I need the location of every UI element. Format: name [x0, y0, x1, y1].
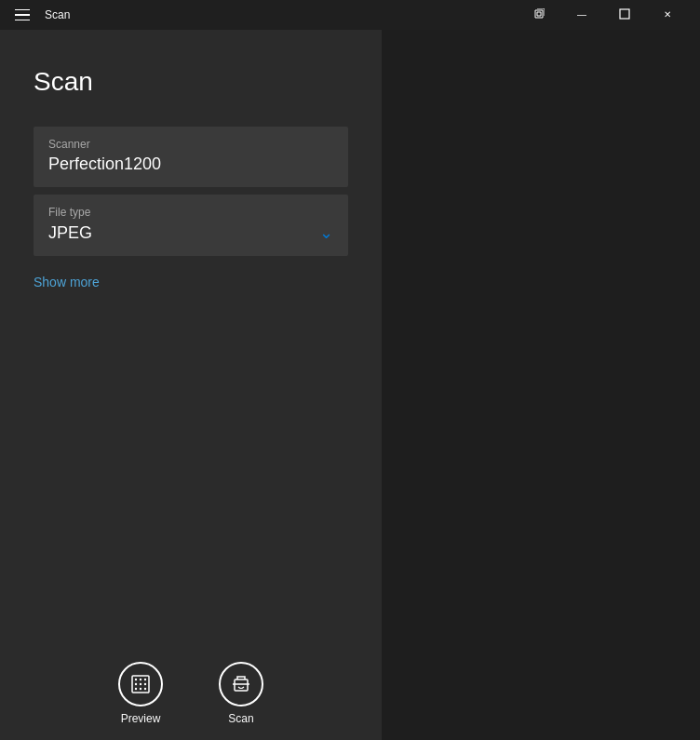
- close-icon: ✕: [664, 10, 671, 20]
- maximize-icon: [619, 8, 630, 21]
- scan-icon-circle: [219, 662, 263, 706]
- minimize-button[interactable]: —: [560, 0, 603, 30]
- window-title: Scan: [45, 8, 70, 21]
- svg-point-9: [140, 688, 141, 690]
- title-bar: Scan — ✕: [0, 0, 700, 30]
- scanner-card: Scanner Perfection1200: [34, 127, 348, 187]
- filetype-label: File type: [48, 206, 333, 219]
- svg-point-5: [135, 683, 137, 685]
- svg-point-7: [144, 683, 146, 685]
- svg-rect-11: [235, 679, 248, 691]
- filetype-value: JPEG: [48, 223, 92, 243]
- preview-icon-circle: [118, 662, 163, 706]
- title-bar-left: Scan: [11, 6, 70, 25]
- scan-icon: [229, 672, 253, 696]
- scan-button[interactable]: Scan: [219, 662, 263, 725]
- chevron-down-icon[interactable]: ⌄: [319, 222, 333, 243]
- preview-label: Preview: [121, 712, 161, 725]
- svg-point-8: [135, 688, 137, 690]
- hamburger-menu[interactable]: [11, 6, 34, 25]
- svg-point-10: [144, 688, 146, 690]
- filetype-card[interactable]: File type JPEG ⌄: [34, 195, 348, 256]
- scanner-value: Perfection1200: [48, 155, 333, 174]
- scanner-label: Scanner: [48, 138, 333, 151]
- svg-point-3: [140, 679, 141, 680]
- show-more-link[interactable]: Show more: [34, 275, 348, 289]
- restore-button[interactable]: [518, 0, 560, 30]
- restore-icon: [533, 8, 545, 21]
- preview-icon: [128, 672, 153, 696]
- left-panel: Scan Scanner Perfection1200 File type JP…: [0, 30, 382, 740]
- close-button[interactable]: ✕: [646, 0, 689, 30]
- page-title: Scan: [34, 67, 348, 97]
- svg-point-2: [135, 679, 137, 680]
- preview-button[interactable]: Preview: [118, 662, 163, 725]
- window-controls: — ✕: [518, 0, 689, 30]
- filetype-select-row: JPEG ⌄: [48, 222, 333, 243]
- right-panel: [382, 30, 700, 740]
- maximize-button[interactable]: [603, 0, 646, 30]
- main-layout: Scan Scanner Perfection1200 File type JP…: [0, 30, 700, 740]
- svg-rect-0: [620, 9, 629, 19]
- scan-label: Scan: [228, 712, 253, 725]
- svg-point-4: [144, 679, 146, 680]
- bottom-toolbar: Preview Scan: [0, 647, 382, 740]
- svg-point-6: [140, 683, 141, 685]
- minimize-icon: —: [577, 10, 586, 20]
